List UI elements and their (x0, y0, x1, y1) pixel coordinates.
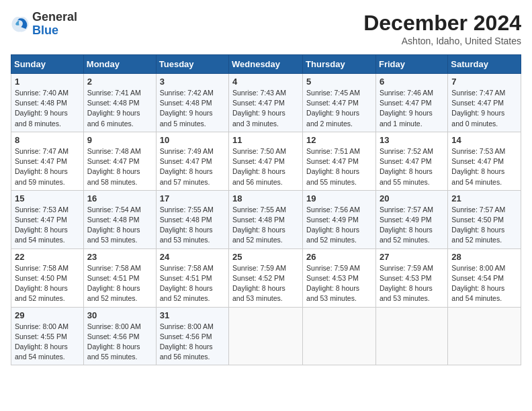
cell-info: Sunrise: 7:53 AM Sunset: 4:47 PM Dayligh… (451, 146, 517, 187)
daylight-label: Daylight: 8 hours and 52 minutes. (15, 284, 68, 302)
page-header: General Blue December 2024 Ashton, Idaho… (11, 11, 521, 46)
day-number: 15 (15, 193, 80, 203)
sunrise-label: Sunrise: 7:56 AM (306, 205, 360, 214)
day-of-week-header: Wednesday (229, 55, 303, 74)
calendar-cell: 2 Sunrise: 7:41 AM Sunset: 4:48 PM Dayli… (83, 74, 156, 132)
calendar-cell: 4 Sunrise: 7:43 AM Sunset: 4:47 PM Dayli… (229, 74, 303, 132)
day-number: 20 (380, 193, 444, 203)
calendar-cell: 17 Sunrise: 7:55 AM Sunset: 4:48 PM Dayl… (156, 190, 228, 248)
daylight-label: Daylight: 8 hours and 54 minutes. (451, 284, 504, 302)
cell-info: Sunrise: 7:47 AM Sunset: 4:47 PM Dayligh… (15, 146, 80, 187)
day-of-week-header: Tuesday (156, 55, 228, 74)
day-of-week-header: Sunday (11, 55, 84, 74)
day-number: 8 (15, 135, 80, 145)
sunset-label: Sunset: 4:47 PM (451, 157, 504, 165)
sunset-label: Sunset: 4:47 PM (306, 157, 359, 165)
sunrise-label: Sunrise: 8:00 AM (15, 322, 69, 330)
cell-info: Sunrise: 7:58 AM Sunset: 4:50 PM Dayligh… (15, 263, 80, 304)
daylight-label: Daylight: 9 hours and 1 minute. (380, 109, 433, 127)
calendar-cell: 22 Sunrise: 7:58 AM Sunset: 4:50 PM Dayl… (11, 248, 84, 307)
daylight-label: Daylight: 9 hours and 8 minutes. (15, 109, 68, 127)
daylight-label: Daylight: 8 hours and 53 minutes. (87, 226, 140, 244)
day-number: 16 (87, 193, 152, 203)
cell-info: Sunrise: 8:00 AM Sunset: 4:54 PM Dayligh… (451, 263, 517, 304)
cell-info: Sunrise: 7:58 AM Sunset: 4:51 PM Dayligh… (87, 263, 152, 304)
day-of-week-header: Monday (83, 55, 156, 74)
sunrise-label: Sunrise: 7:57 AM (451, 205, 505, 214)
sunset-label: Sunset: 4:47 PM (306, 99, 359, 107)
sunrise-label: Sunrise: 7:52 AM (380, 147, 433, 155)
sunset-label: Sunset: 4:51 PM (160, 274, 212, 282)
sunset-label: Sunset: 4:47 PM (87, 157, 140, 165)
daylight-label: Daylight: 8 hours and 57 minutes. (160, 167, 213, 185)
daylight-label: Daylight: 8 hours and 52 minutes. (380, 226, 433, 244)
cell-info: Sunrise: 7:54 AM Sunset: 4:48 PM Dayligh… (87, 205, 152, 246)
sunset-label: Sunset: 4:47 PM (380, 157, 432, 165)
sunrise-label: Sunrise: 7:53 AM (451, 147, 505, 155)
calendar-cell: 28 Sunrise: 8:00 AM Sunset: 4:54 PM Dayl… (448, 248, 521, 307)
calendar-cell: 20 Sunrise: 7:57 AM Sunset: 4:49 PM Dayl… (375, 190, 447, 248)
daylight-label: Daylight: 8 hours and 53 minutes. (380, 284, 433, 302)
sunset-label: Sunset: 4:54 PM (451, 274, 504, 282)
sunset-label: Sunset: 4:47 PM (451, 99, 504, 107)
calendar-cell: 18 Sunrise: 7:55 AM Sunset: 4:48 PM Dayl… (229, 190, 303, 248)
calendar-cell: 10 Sunrise: 7:49 AM Sunset: 4:47 PM Dayl… (156, 132, 228, 190)
calendar-week-row: 15 Sunrise: 7:53 AM Sunset: 4:47 PM Dayl… (11, 190, 521, 248)
sunrise-label: Sunrise: 7:41 AM (87, 89, 141, 97)
calendar-cell: 27 Sunrise: 7:59 AM Sunset: 4:53 PM Dayl… (375, 248, 447, 307)
day-number: 13 (380, 135, 444, 145)
sunset-label: Sunset: 4:47 PM (232, 99, 285, 107)
sunset-label: Sunset: 4:49 PM (306, 216, 359, 224)
day-number: 14 (451, 135, 517, 145)
day-number: 10 (160, 135, 225, 145)
sunrise-label: Sunrise: 8:00 AM (451, 264, 505, 272)
day-number: 30 (87, 310, 152, 320)
sunset-label: Sunset: 4:47 PM (160, 157, 212, 165)
calendar-cell: 1 Sunrise: 7:40 AM Sunset: 4:48 PM Dayli… (11, 74, 84, 132)
day-of-week-header: Friday (375, 55, 447, 74)
day-number: 4 (232, 77, 299, 87)
calendar-cell (303, 307, 376, 365)
calendar-cell: 30 Sunrise: 8:00 AM Sunset: 4:56 PM Dayl… (83, 307, 156, 365)
calendar-cell: 21 Sunrise: 7:57 AM Sunset: 4:50 PM Dayl… (448, 190, 521, 248)
month-title: December 2024 (363, 11, 521, 36)
cell-info: Sunrise: 7:57 AM Sunset: 4:50 PM Dayligh… (451, 205, 517, 246)
day-number: 19 (306, 193, 372, 203)
calendar-cell: 3 Sunrise: 7:42 AM Sunset: 4:48 PM Dayli… (156, 74, 228, 132)
location: Ashton, Idaho, United States (363, 36, 521, 46)
cell-info: Sunrise: 8:00 AM Sunset: 4:55 PM Dayligh… (15, 322, 80, 363)
calendar-cell: 26 Sunrise: 7:59 AM Sunset: 4:53 PM Dayl… (303, 248, 376, 307)
cell-info: Sunrise: 7:47 AM Sunset: 4:47 PM Dayligh… (451, 88, 517, 129)
daylight-label: Daylight: 8 hours and 53 minutes. (232, 284, 285, 302)
daylight-label: Daylight: 8 hours and 56 minutes. (160, 342, 213, 361)
daylight-label: Daylight: 8 hours and 59 minutes. (15, 167, 68, 185)
sunset-label: Sunset: 4:53 PM (380, 274, 432, 282)
sunrise-label: Sunrise: 7:59 AM (380, 264, 433, 272)
sunset-label: Sunset: 4:56 PM (160, 332, 212, 340)
cell-info: Sunrise: 7:56 AM Sunset: 4:49 PM Dayligh… (306, 205, 372, 246)
calendar-cell: 5 Sunrise: 7:45 AM Sunset: 4:47 PM Dayli… (303, 74, 376, 132)
sunrise-label: Sunrise: 8:00 AM (87, 322, 141, 330)
calendar: SundayMondayTuesdayWednesdayThursdayFrid… (11, 54, 521, 365)
daylight-label: Daylight: 8 hours and 52 minutes. (306, 226, 359, 244)
calendar-week-row: 1 Sunrise: 7:40 AM Sunset: 4:48 PM Dayli… (11, 74, 521, 132)
calendar-cell (375, 307, 447, 365)
logo: General Blue (11, 11, 77, 38)
calendar-week-row: 8 Sunrise: 7:47 AM Sunset: 4:47 PM Dayli… (11, 132, 521, 190)
daylight-label: Daylight: 8 hours and 52 minutes. (232, 226, 285, 244)
daylight-label: Daylight: 8 hours and 55 minutes. (306, 167, 359, 185)
cell-info: Sunrise: 7:55 AM Sunset: 4:48 PM Dayligh… (160, 205, 225, 246)
day-number: 11 (232, 135, 299, 145)
sunset-label: Sunset: 4:47 PM (380, 99, 432, 107)
cell-info: Sunrise: 7:59 AM Sunset: 4:53 PM Dayligh… (380, 263, 444, 304)
cell-info: Sunrise: 7:46 AM Sunset: 4:47 PM Dayligh… (380, 88, 444, 129)
sunrise-label: Sunrise: 7:49 AM (160, 147, 214, 155)
sunrise-label: Sunrise: 7:42 AM (160, 89, 214, 97)
sunrise-label: Sunrise: 7:57 AM (380, 205, 433, 214)
daylight-label: Daylight: 8 hours and 58 minutes. (87, 167, 140, 185)
day-number: 27 (380, 252, 444, 262)
daylight-label: Daylight: 9 hours and 6 minutes. (87, 109, 140, 127)
day-number: 18 (232, 193, 299, 203)
sunset-label: Sunset: 4:48 PM (15, 99, 67, 107)
cell-info: Sunrise: 7:52 AM Sunset: 4:47 PM Dayligh… (380, 146, 444, 187)
